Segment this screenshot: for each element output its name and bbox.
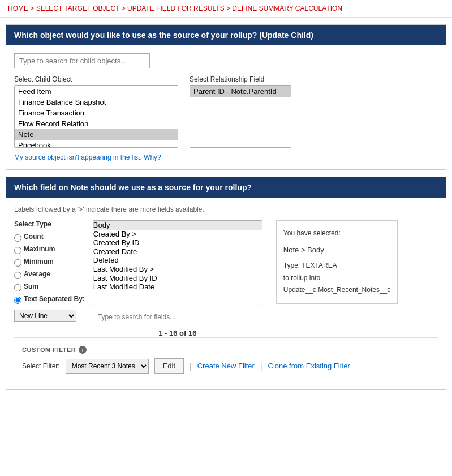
pagination: 1 - 16 of 16 [93,329,262,337]
filter-label: Select Filter: [22,362,60,370]
child-option: Flow Record Relation [15,118,178,129]
text-separated-radio[interactable] [14,297,21,304]
relationship-option: Parent ID - Note.ParentId [190,86,291,97]
selected-info-value: Note > Body [283,243,390,256]
minimum-radio-row: Minimum [14,258,85,268]
child-object-label: Select Child Object [14,75,178,83]
child-option: Feed Item [15,86,178,97]
field-option: Body [93,221,262,230]
minimum-label: Minimum [24,258,54,265]
create-new-filter-button[interactable]: Create New Filter [197,362,255,370]
field-option: Last Modified By ID [93,274,262,283]
minimum-radio[interactable] [14,259,21,267]
source-object-body: Select Child Object Feed Item Finance Ba… [6,45,446,169]
fields-search-input[interactable] [93,310,262,324]
breadcrumb-update-field[interactable]: UPDATE FIELD FOR RESULTS [127,5,225,12]
sum-radio-row: Sum [14,282,85,293]
field-option: Deleted [93,256,262,265]
selected-info-type: Type: TEXTAREA [283,260,390,272]
child-option: Pricebook... [15,140,178,148]
clone-from-existing-button[interactable]: Clone from Existing Filter [268,362,350,370]
maximum-radio-row: Maximum [14,245,85,255]
edit-filter-button[interactable]: Edit [154,358,184,374]
missing-source-link[interactable]: My source object isn't appearing in the … [14,153,161,161]
custom-filter-section: CUSTOM FILTER i Select Filter: Most Rece… [14,337,438,381]
relationship-label: Select Relationship Field [190,75,291,83]
child-option: Finance Balance Snapshot [15,97,178,108]
custom-filter-info-icon: i [79,346,87,354]
selected-info-panel: You have selected: Note > Body Type: TEX… [276,220,398,304]
source-object-header: Which object would you like to use as th… [6,25,446,45]
custom-filter-title: CUSTOM FILTER i [22,346,430,354]
count-label: Count [24,233,44,241]
count-radio-row: Count [14,233,85,243]
breadcrumb: HOME > SELECT TARGET OBJECT > UPDATE FIE… [0,0,452,18]
source-object-section: Which object would you like to use as th… [6,24,446,170]
child-object-search[interactable] [14,53,150,68]
relationship-field-listbox[interactable]: Parent ID - Note.ParentId [190,85,291,148]
selected-info-rollup: to rollup into [283,272,390,285]
breadcrumb-home[interactable]: HOME [8,5,28,12]
child-object-row: Select Child Object Feed Item Finance Ba… [14,75,438,148]
source-field-section: Which field on Note should we use as a s… [6,177,446,390]
fields-info-text: Labels followed by a '>' indicate there … [14,205,438,213]
fields-listbox[interactable]: Body Created By > Created By ID Created … [93,220,262,305]
field-option: Last Modified By > [93,265,262,274]
select-type-label: Select Type [14,220,85,228]
maximum-label: Maximum [24,245,55,253]
separator-select[interactable]: New Line Comma Semicolon Space [14,310,76,322]
selected-info-title: You have selected: [283,228,390,240]
child-option: Note [15,129,178,140]
field-option: Created By ID [93,238,262,247]
field-option: Created Date [93,247,262,256]
child-object-col: Select Child Object Feed Item Finance Ba… [14,75,178,148]
fields-list-col: Body Created By > Created By ID Created … [93,220,262,337]
field-option: Last Modified Date [93,282,262,291]
relationship-field-col: Select Relationship Field Parent ID - No… [190,75,291,148]
breadcrumb-define-summary[interactable]: DEFINE SUMMARY CALCULATION [232,5,342,12]
average-radio[interactable] [14,272,21,279]
count-radio[interactable] [14,234,21,242]
select-type-col: Select Type Count Maximum Minimum Averag… [14,220,85,322]
average-label: Average [24,270,50,278]
fields-row: Select Type Count Maximum Minimum Averag… [14,220,438,337]
filter-select[interactable]: Most Recent 3 Notes All Notes Custom Fil… [66,359,149,374]
average-radio-row: Average [14,270,85,280]
maximum-radio[interactable] [14,247,21,254]
source-field-body: Labels followed by a '>' indicate there … [6,198,446,389]
breadcrumb-select-target[interactable]: SELECT TARGET OBJECT [36,5,120,12]
text-separated-radio-row: Text Separated By: [14,295,85,305]
selected-info-field: Update__c.Most_Recent_Notes__c [283,284,390,297]
child-object-listbox[interactable]: Feed Item Finance Balance Snapshot Finan… [14,85,178,148]
child-option: Finance Transaction [15,108,178,118]
sum-label: Sum [24,282,38,290]
filter-row: Select Filter: Most Recent 3 Notes All N… [22,358,430,374]
sum-radio[interactable] [14,284,21,291]
field-option: Created By > [93,230,262,239]
text-separated-label: Text Separated By: [24,295,85,303]
source-field-header: Which field on Note should we use as a s… [6,177,446,198]
